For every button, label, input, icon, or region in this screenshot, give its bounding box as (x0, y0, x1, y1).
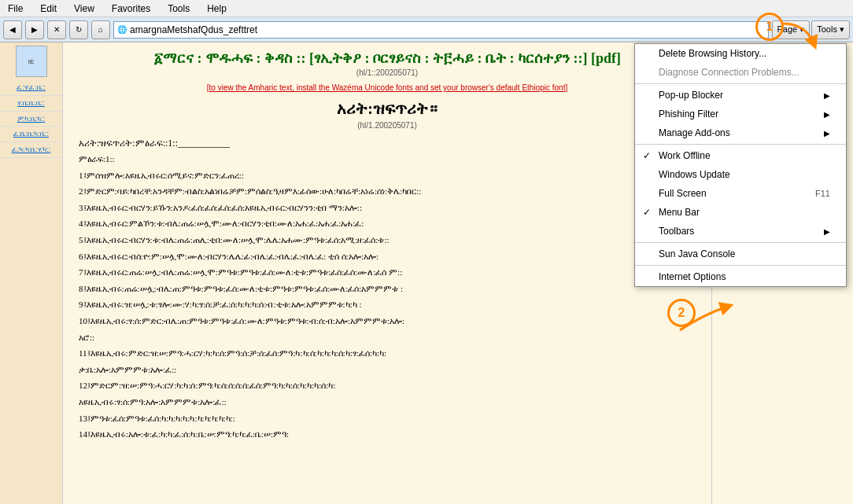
dropdown-manage-addons[interactable]: Manage Add-ons ▶ (635, 123, 846, 142)
sidebar-logo: IE (16, 46, 47, 77)
dropdown-full-screen[interactable]: Full Screen F11 (635, 184, 846, 203)
separator-1 (635, 83, 846, 84)
page-title-area: ፩ማርና : ሞዱሓፍ : ቅዳስ :: [ፃኢትቅዖ : ቦርፃይናስ : ት… (79, 50, 696, 77)
body-line-9: 10፤እዩዜኢብሩ:ፃ:ሰ:ምድር:ብሌ:ጠ:ምዓቱ:ምዓቱ:ፈሰ:ሙለ:ምዓቱ… (79, 315, 696, 329)
sidebar-item-1[interactable]: ፃ:ቤ:ቤ:ቤ:: (0, 96, 62, 112)
body-line-13: 12፤ምድርም:ዝ:ሠ:ምዓ:ሓ:ርሃ:ካ:ካ:ሰ:ምዓ:ካ:ሰ:ሰ:ሰ:ሰ:ፈ… (79, 379, 696, 393)
body-line-12: ቃ:ቤ:አሎ:አምምምቱ:አሎ:ፈ:: (79, 363, 696, 377)
browser-menu-bar: File Edit View Favorites Tools Help (0, 0, 853, 17)
doc-title: አሪት:ዝፍጥሪት። (79, 100, 696, 118)
doc-subtitle: (hl/1.200205071) (79, 121, 696, 130)
body-line-8: 9፤እዩዜኢብሩ:ዝ:ሠሏ:ቱ:ፃሎ:ሙ:ሃ:ካ:ፃ:ሰ:ቻ:ፈ:ሰ:ካ:ካ:ካ… (79, 298, 696, 312)
tools-dropdown-menu: Delete Browsing History... Diagnose Conn… (634, 43, 847, 287)
body-line-16: 14፤እዩዜኢብሩ:አሎ:ቱ:ፈ:ካ:ካ:ፈ:ሰ:ካ:ቤ:ሠ:ምዓ:ካ:ካ:ፈ:… (79, 428, 696, 442)
refresh-button[interactable]: ↻ (69, 20, 88, 39)
sidebar-item-0[interactable]: ፈ:ፃ:ፈ:ቤ:: (0, 80, 62, 96)
home-button[interactable]: ⌂ (91, 20, 110, 39)
sidebar-item-3[interactable]: ፈ:ቤ:ቤ:ካ:ቤ:: (0, 127, 62, 142)
toolbar-right-buttons: Page ▾ Tools ▾ (772, 20, 851, 39)
toolbars-label: Toolbars (659, 226, 694, 237)
sidebar: IE ፈ:ፃ:ፈ:ቤ:: ፃ:ቤ:ቤ:ቤ:: ቻ:ካ:ቤ:ካ:: ፈ:ቤ:ቤ:ካ… (0, 42, 63, 504)
popup-blocker-arrow: ▶ (824, 91, 830, 100)
separator-2 (635, 144, 846, 145)
dropdown-work-offline[interactable]: ✓ Work Offline (635, 146, 846, 165)
toolbars-arrow: ▶ (824, 227, 830, 236)
address-icon: 🌐 (117, 25, 127, 34)
dropdown-diagnose-connection: Diagnose Connection Problems... (635, 63, 846, 82)
sidebar-item-2[interactable]: ቻ:ካ:ቤ:ካ:: (0, 112, 62, 127)
page-title: ፩ማርና : ሞዱሓፍ : ቅዳስ :: [ፃኢትቅዖ : ቦርፃይናስ : ት… (79, 50, 696, 67)
dropdown-windows-update[interactable]: Windows Update (635, 165, 846, 184)
windows-update-label: Windows Update (659, 169, 730, 180)
menu-view[interactable]: View (69, 2, 99, 16)
sun-java-label: Sun Java Console (659, 248, 735, 259)
dropdown-phishing-filter[interactable]: Phishing Filter ▶ (635, 105, 846, 123)
body-text: ምፅራፍ:1:: 1፤ምሰዝምሎ:አዩዜኢብሩር:ሰሚይና:ምድርን:ፈጠረ::… (79, 153, 696, 442)
body-line-11: 11፤እዩዜኢብሩ:ምድር:ዝ:ሠ:ምዓ:ሓ:ርሃ:ካ:ካ:ሰ:ምዓ:ሰ:ቻ:ሰ… (79, 347, 696, 361)
dropdown-delete-browsing-history[interactable]: Delete Browsing History... (635, 44, 846, 63)
menu-file[interactable]: File (3, 2, 28, 16)
page-subtitle: (hl/1::200205071) (79, 68, 696, 77)
full-screen-label: Full Screen (659, 188, 707, 199)
dropdown-internet-options[interactable]: Internet Options (635, 267, 846, 286)
tools-button[interactable]: Tools ▾ (811, 20, 850, 39)
forward-button[interactable]: ▶ (25, 20, 44, 39)
internet-options-label: Internet Options (659, 271, 726, 282)
main-content: ፩ማርና : ሞዱሓፍ : ቅዳስ :: [ፃኢትቅዖ : ቦርፃይናስ : ት… (63, 42, 711, 504)
full-screen-shortcut: F11 (815, 189, 830, 198)
body-line-1: 2፤ምድርም:ባይ:ካበረቸ:አንዳቸም:ብልስ:አልነበሬቻም:ምሰልስ:ዒዛ… (79, 185, 696, 199)
page-button[interactable]: Page ▾ (772, 20, 811, 39)
back-button[interactable]: ◀ (3, 20, 22, 39)
address-text: amargnaMetshafQdus_zefttret (130, 24, 257, 35)
menu-help[interactable]: Help (202, 2, 231, 16)
section-start: ምፅራፍ:1:: (79, 153, 696, 167)
delete-history-label: Delete Browsing History... (659, 48, 766, 59)
dropdown-menu-bar[interactable]: ✓ Menu Bar (635, 203, 846, 222)
browser-toolbar: ◀ ▶ ✕ ↻ ⌂ 🌐 amargnaMetshafQdus_zefttret … (0, 17, 853, 42)
diagnose-label: Diagnose Connection Problems... (659, 67, 799, 78)
body-line-0: 1፤ምሰዝምሎ:አዩዜኢብሩር:ሰሚይና:ምድርን:ፈጠረ:: (79, 169, 696, 183)
body-line-3: 4፤እዩዜኢብሩር:ምልኾን:ቱ:ብሌ:ጠሬ:ሠሏሞ:ሙለ:ብርሃን:ቲበ:ሙለ… (79, 217, 696, 231)
body-line-7: 8፤እዩዜኢብሩ:ጠሬ:ሠሏ:ብሌ:ጠ:ምዓቱ:ምዓቱ:ፈሰ:ሙለ:ቲቱ:ምዓቱ… (79, 282, 696, 296)
manage-addons-label: Manage Add-ons (659, 127, 730, 138)
menu-tools[interactable]: Tools (163, 2, 194, 16)
separator-3 (635, 242, 846, 243)
body-line-2: 3፤እዩዜኢብሩር:ብርሃን:ይኹን:አንዶ:ፈሰ:ፈሰ:ፈሰ:ፈሰ:አዩዜኢብ… (79, 201, 696, 215)
menu-bar-check: ✓ (643, 207, 651, 218)
stop-button[interactable]: ✕ (47, 20, 66, 39)
menu-edit[interactable]: Edit (35, 2, 61, 16)
dropdown-popup-blocker[interactable]: Pop-up Blocker ▶ (635, 86, 846, 105)
body-line-15: 13፤ምዓቱ:ፈሰ:ምዓቱ:ፈሰ:ካ:ካ:ካ:ካ:ካ:ካ:ካ:ካ:ካ:ካ:: (79, 412, 696, 426)
work-offline-label: Work Offline (659, 150, 711, 161)
body-line-10: አሮ:: (79, 331, 696, 345)
section-header: አሪት:ዝፍጥሪት:ምፅራፍ::1::___________ (79, 138, 696, 149)
work-offline-check: ✓ (643, 150, 651, 161)
address-bar[interactable]: 🌐 amargnaMetshafQdus_zefttret (113, 21, 769, 39)
phishing-filter-arrow: ▶ (824, 110, 830, 119)
menu-bar-label: Menu Bar (659, 207, 700, 218)
body-line-5: 6፤እዩዜኢብሩር:ብሰ:ዮ:ም:ሠሏሞ:ሙለ:ብርሃን:ሌሌ:ፊ:ብሌ:ፈ:ብ… (79, 250, 696, 264)
menu-favorites[interactable]: Favorites (107, 2, 155, 16)
sidebar-item-4[interactable]: ፈ:ካ:ካ:ቤ:ፃ:ካ:: (0, 142, 62, 158)
dropdown-toolbars[interactable]: Toolbars ▶ (635, 222, 846, 241)
phishing-filter-label: Phishing Filter (659, 109, 718, 120)
body-line-4: 5፤እዩዜኢብሩር:ብርሃን:ቱ:ብሌ:ጠሬ:ጠሊ:ቲበ:ሙለ:ሠሏሞ:ሌሌ:አ… (79, 234, 696, 248)
dropdown-sun-java-console[interactable]: Sun Java Console (635, 245, 846, 263)
body-line-6: 7፤እዩዜኢብሩር:ጠሬ:ሠሏ:ብሌ:ጠሬ:ሠሏሞ:ምዓቱ:ምዓቱ:ፈሰ:ሙለ:… (79, 266, 696, 280)
popup-blocker-label: Pop-up Blocker (659, 90, 723, 101)
separator-4 (635, 265, 846, 266)
manage-addons-arrow: ▶ (824, 129, 830, 138)
body-line-14: አዩዜኢብሩ:ፃ:ሰ:ምዓ:አሎ:አምምምቱ:አሎ:ፈ:: (79, 395, 696, 410)
install-notice: [to view the Amharic text, install the W… (79, 83, 696, 92)
